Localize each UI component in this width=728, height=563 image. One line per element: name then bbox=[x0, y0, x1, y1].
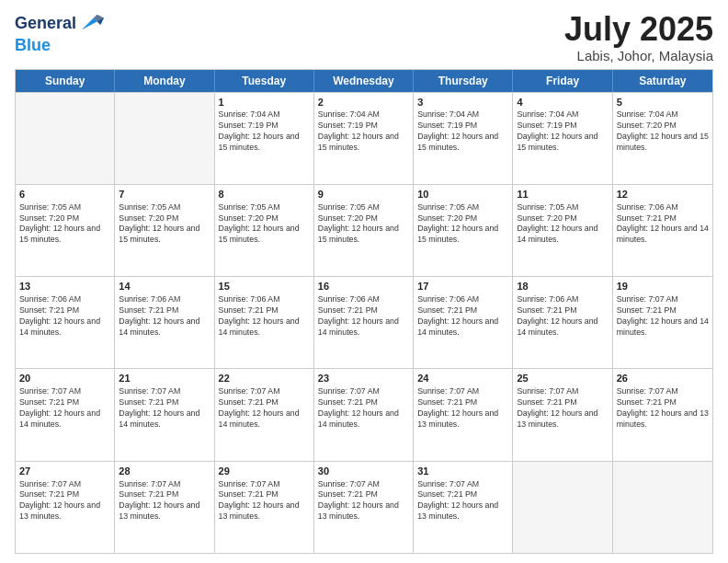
day-number: 23 bbox=[318, 372, 409, 385]
calendar-cell: 7Sunrise: 7:05 AMSunset: 7:20 PMDaylight… bbox=[115, 185, 214, 276]
day-number: 1 bbox=[219, 96, 310, 109]
cell-info: Sunrise: 7:07 AMSunset: 7:21 PMDaylight:… bbox=[219, 386, 310, 431]
calendar-cell: 26Sunrise: 7:07 AMSunset: 7:21 PMDayligh… bbox=[613, 369, 712, 460]
cell-info: Sunrise: 7:06 AMSunset: 7:21 PMDaylight:… bbox=[119, 294, 210, 339]
calendar-cell: 22Sunrise: 7:07 AMSunset: 7:21 PMDayligh… bbox=[215, 369, 314, 460]
day-number: 19 bbox=[617, 280, 709, 293]
cell-info: Sunrise: 7:06 AMSunset: 7:21 PMDaylight:… bbox=[19, 294, 110, 339]
calendar-cell: 31Sunrise: 7:07 AMSunset: 7:21 PMDayligh… bbox=[414, 462, 513, 553]
calendar-header-monday: Monday bbox=[115, 70, 214, 92]
day-number: 25 bbox=[517, 372, 608, 385]
cell-info: Sunrise: 7:07 AMSunset: 7:21 PMDaylight:… bbox=[517, 386, 608, 431]
calendar-cell: 12Sunrise: 7:06 AMSunset: 7:21 PMDayligh… bbox=[613, 185, 712, 276]
calendar-cell: 4Sunrise: 7:04 AMSunset: 7:19 PMDaylight… bbox=[513, 93, 612, 184]
calendar-cell bbox=[613, 462, 712, 553]
cell-info: Sunrise: 7:05 AMSunset: 7:20 PMDaylight:… bbox=[417, 202, 508, 247]
calendar-cell: 15Sunrise: 7:06 AMSunset: 7:21 PMDayligh… bbox=[215, 277, 314, 368]
title-block: July 2025 Labis, Johor, Malaysia bbox=[564, 11, 713, 63]
cell-info: Sunrise: 7:04 AMSunset: 7:19 PMDaylight:… bbox=[517, 109, 608, 154]
day-number: 30 bbox=[318, 465, 409, 478]
cell-info: Sunrise: 7:07 AMSunset: 7:21 PMDaylight:… bbox=[617, 386, 709, 431]
day-number: 20 bbox=[19, 372, 110, 385]
day-number: 2 bbox=[318, 96, 409, 109]
calendar-week-4: 20Sunrise: 7:07 AMSunset: 7:21 PMDayligh… bbox=[16, 368, 712, 460]
calendar-cell: 8Sunrise: 7:05 AMSunset: 7:20 PMDaylight… bbox=[215, 185, 314, 276]
cell-info: Sunrise: 7:06 AMSunset: 7:21 PMDaylight:… bbox=[219, 294, 310, 339]
calendar-cell: 28Sunrise: 7:07 AMSunset: 7:21 PMDayligh… bbox=[115, 462, 214, 553]
cell-info: Sunrise: 7:07 AMSunset: 7:21 PMDaylight:… bbox=[318, 386, 409, 431]
cell-info: Sunrise: 7:07 AMSunset: 7:21 PMDaylight:… bbox=[417, 479, 508, 523]
month-title: July 2025 bbox=[564, 11, 713, 48]
calendar-cell: 21Sunrise: 7:07 AMSunset: 7:21 PMDayligh… bbox=[115, 369, 214, 460]
calendar-cell: 13Sunrise: 7:06 AMSunset: 7:21 PMDayligh… bbox=[16, 277, 115, 368]
calendar-cell: 25Sunrise: 7:07 AMSunset: 7:21 PMDayligh… bbox=[513, 369, 612, 460]
logo-blue-text: Blue bbox=[15, 37, 51, 55]
day-number: 21 bbox=[119, 372, 210, 385]
calendar-cell: 30Sunrise: 7:07 AMSunset: 7:21 PMDayligh… bbox=[314, 462, 414, 553]
calendar-cell: 2Sunrise: 7:04 AMSunset: 7:19 PMDaylight… bbox=[314, 93, 414, 184]
logo: General Blue bbox=[15, 11, 104, 55]
day-number: 8 bbox=[219, 188, 310, 201]
day-number: 24 bbox=[417, 372, 508, 385]
calendar-cell: 17Sunrise: 7:06 AMSunset: 7:21 PMDayligh… bbox=[414, 277, 513, 368]
day-number: 28 bbox=[119, 465, 210, 478]
cell-info: Sunrise: 7:04 AMSunset: 7:19 PMDaylight:… bbox=[219, 109, 310, 154]
day-number: 13 bbox=[19, 280, 110, 293]
day-number: 17 bbox=[417, 280, 508, 293]
cell-info: Sunrise: 7:05 AMSunset: 7:20 PMDaylight:… bbox=[219, 202, 310, 247]
cell-info: Sunrise: 7:07 AMSunset: 7:21 PMDaylight:… bbox=[617, 294, 709, 339]
logo-text: General bbox=[15, 15, 76, 33]
day-number: 18 bbox=[517, 280, 608, 293]
calendar-cell: 1Sunrise: 7:04 AMSunset: 7:19 PMDaylight… bbox=[215, 93, 314, 184]
cell-info: Sunrise: 7:07 AMSunset: 7:21 PMDaylight:… bbox=[219, 479, 310, 523]
day-number: 14 bbox=[119, 280, 210, 293]
calendar-cell bbox=[513, 462, 612, 553]
calendar-cell bbox=[16, 93, 115, 184]
calendar-cell: 16Sunrise: 7:06 AMSunset: 7:21 PMDayligh… bbox=[314, 277, 414, 368]
day-number: 4 bbox=[517, 96, 608, 109]
calendar-cell: 5Sunrise: 7:04 AMSunset: 7:20 PMDaylight… bbox=[613, 93, 712, 184]
day-number: 6 bbox=[19, 188, 110, 201]
calendar-week-2: 6Sunrise: 7:05 AMSunset: 7:20 PMDaylight… bbox=[16, 184, 712, 276]
cell-info: Sunrise: 7:04 AMSunset: 7:19 PMDaylight:… bbox=[318, 109, 409, 154]
calendar-header-tuesday: Tuesday bbox=[215, 70, 314, 92]
day-number: 29 bbox=[219, 465, 310, 478]
cell-info: Sunrise: 7:06 AMSunset: 7:21 PMDaylight:… bbox=[617, 202, 709, 247]
day-number: 5 bbox=[617, 96, 709, 109]
calendar-cell: 29Sunrise: 7:07 AMSunset: 7:21 PMDayligh… bbox=[215, 462, 314, 553]
cell-info: Sunrise: 7:07 AMSunset: 7:21 PMDaylight:… bbox=[19, 479, 110, 523]
calendar-cell: 10Sunrise: 7:05 AMSunset: 7:20 PMDayligh… bbox=[414, 185, 513, 276]
day-number: 3 bbox=[417, 96, 508, 109]
calendar-cell: 18Sunrise: 7:06 AMSunset: 7:21 PMDayligh… bbox=[513, 277, 612, 368]
calendar-cell: 9Sunrise: 7:05 AMSunset: 7:20 PMDaylight… bbox=[314, 185, 414, 276]
calendar-cell bbox=[115, 93, 214, 184]
logo-icon bbox=[78, 11, 104, 37]
cell-info: Sunrise: 7:04 AMSunset: 7:20 PMDaylight:… bbox=[617, 109, 709, 154]
calendar-header-friday: Friday bbox=[513, 70, 612, 92]
calendar-week-3: 13Sunrise: 7:06 AMSunset: 7:21 PMDayligh… bbox=[16, 276, 712, 368]
cell-info: Sunrise: 7:07 AMSunset: 7:21 PMDaylight:… bbox=[119, 479, 210, 523]
calendar-header-wednesday: Wednesday bbox=[314, 70, 414, 92]
calendar-header-thursday: Thursday bbox=[414, 70, 513, 92]
cell-info: Sunrise: 7:05 AMSunset: 7:20 PMDaylight:… bbox=[517, 202, 608, 247]
calendar-cell: 20Sunrise: 7:07 AMSunset: 7:21 PMDayligh… bbox=[16, 369, 115, 460]
calendar-week-1: 1Sunrise: 7:04 AMSunset: 7:19 PMDaylight… bbox=[16, 92, 712, 184]
day-number: 26 bbox=[617, 372, 709, 385]
calendar-cell: 6Sunrise: 7:05 AMSunset: 7:20 PMDaylight… bbox=[16, 185, 115, 276]
day-number: 27 bbox=[19, 465, 110, 478]
header: General Blue July 2025 Labis, Johor, Mal… bbox=[15, 11, 713, 63]
calendar-week-5: 27Sunrise: 7:07 AMSunset: 7:21 PMDayligh… bbox=[16, 461, 712, 553]
calendar-cell: 27Sunrise: 7:07 AMSunset: 7:21 PMDayligh… bbox=[16, 462, 115, 553]
calendar-cell: 23Sunrise: 7:07 AMSunset: 7:21 PMDayligh… bbox=[314, 369, 414, 460]
cell-info: Sunrise: 7:07 AMSunset: 7:21 PMDaylight:… bbox=[119, 386, 210, 431]
calendar-cell: 11Sunrise: 7:05 AMSunset: 7:20 PMDayligh… bbox=[513, 185, 612, 276]
day-number: 31 bbox=[417, 465, 508, 478]
day-number: 10 bbox=[417, 188, 508, 201]
cell-info: Sunrise: 7:06 AMSunset: 7:21 PMDaylight:… bbox=[417, 294, 508, 339]
cell-info: Sunrise: 7:07 AMSunset: 7:21 PMDaylight:… bbox=[19, 386, 110, 431]
cell-info: Sunrise: 7:05 AMSunset: 7:20 PMDaylight:… bbox=[119, 202, 210, 247]
cell-info: Sunrise: 7:06 AMSunset: 7:21 PMDaylight:… bbox=[318, 294, 409, 339]
day-number: 12 bbox=[617, 188, 709, 201]
calendar: SundayMondayTuesdayWednesdayThursdayFrid… bbox=[15, 69, 713, 554]
calendar-cell: 14Sunrise: 7:06 AMSunset: 7:21 PMDayligh… bbox=[115, 277, 214, 368]
